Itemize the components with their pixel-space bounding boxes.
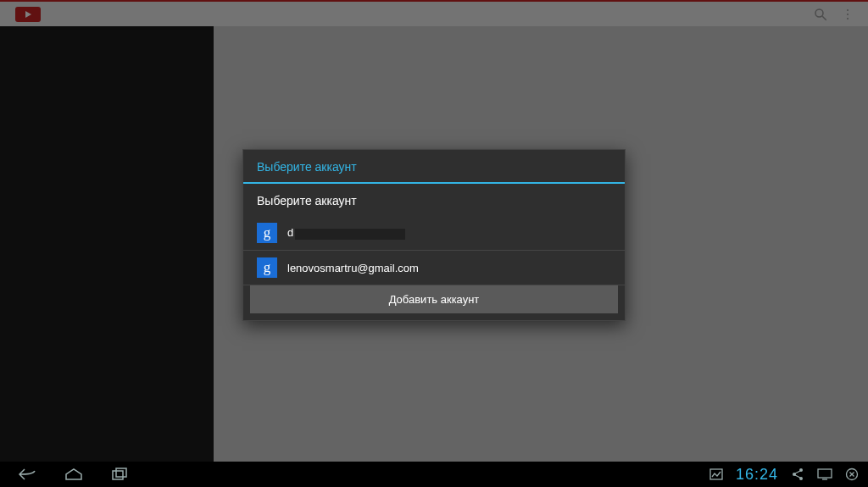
home-button[interactable]	[63, 466, 85, 483]
svg-rect-7	[116, 468, 126, 477]
dialog-button-row: Добавить аккаунт	[243, 285, 625, 320]
screen-icon[interactable]	[817, 467, 832, 482]
account-email: lenovosmartru@gmail.com	[287, 262, 419, 274]
recents-button[interactable]	[108, 466, 131, 483]
account-row[interactable]: g d	[243, 216, 625, 251]
close-icon[interactable]	[844, 467, 860, 482]
account-row[interactable]: g lenovosmartru@gmail.com	[243, 251, 625, 285]
svg-rect-8	[710, 469, 722, 479]
add-account-button[interactable]: Добавить аккаунт	[250, 285, 618, 313]
redacted-text	[295, 229, 405, 240]
status-clock[interactable]: 16:24	[736, 466, 778, 484]
account-picker-dialog: Выберите аккаунт Выберите аккаунт g d g …	[242, 149, 626, 321]
account-email: d	[287, 226, 405, 239]
dialog-subtitle: Выберите аккаунт	[243, 184, 625, 216]
svg-rect-6	[113, 471, 123, 479]
google-icon: g	[257, 223, 277, 243]
share-icon[interactable]	[790, 467, 805, 482]
screenshot-saved-icon[interactable]	[709, 467, 724, 482]
dialog-title: Выберите аккаунт	[243, 150, 625, 184]
svg-rect-12	[818, 469, 832, 478]
google-icon: g	[257, 257, 277, 278]
android-nav-bar: 16:24	[0, 462, 868, 487]
back-button[interactable]	[17, 466, 39, 483]
